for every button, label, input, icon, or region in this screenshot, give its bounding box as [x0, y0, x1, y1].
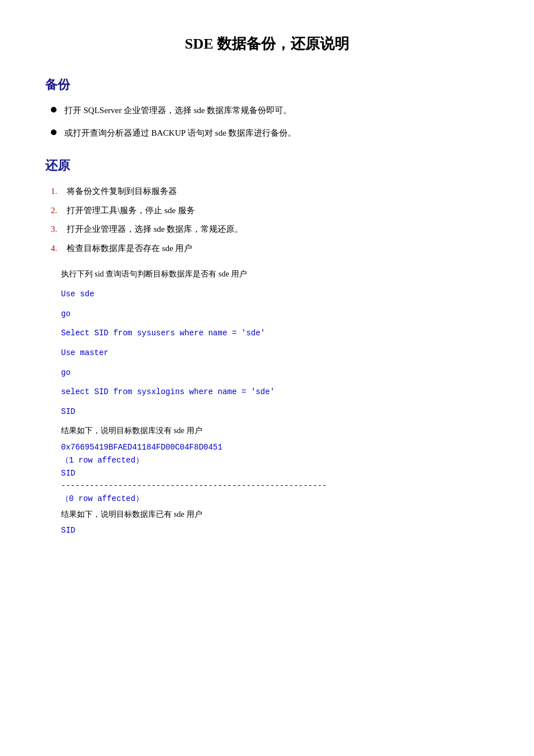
- backup-list: 打开 SQLServer 企业管理器，选择 sde 数据库常规备份即可。 或打开…: [45, 103, 489, 140]
- backup-item-2: 或打开查询分析器通过 BACKUP 语句对 sde 数据库进行备份。: [51, 126, 489, 141]
- step-num-4: 4.: [51, 241, 67, 256]
- code-go-2: go: [61, 365, 489, 381]
- sid-label-1: SID: [61, 469, 489, 478]
- code-line-sid-header: SID: [61, 404, 489, 420]
- code-use-master: Use master: [61, 345, 489, 361]
- code-line-go2: go: [61, 365, 489, 381]
- backup-item-2-text: 或打开查询分析器通过 BACKUP 语句对 sde 数据库进行备份。: [64, 126, 296, 141]
- code-select-sysusers: Select SID from sysusers where name = 's…: [61, 326, 489, 341]
- code-line-select-sysusers: Select SID from sysusers where name = 's…: [61, 326, 489, 341]
- row-affected-1: （1 row affected）: [61, 455, 489, 465]
- code-line-go1: go: [61, 306, 489, 322]
- step-text-2: 打开管理工具\服务，停止 sde 服务: [67, 204, 195, 218]
- step-num-2: 2.: [51, 204, 67, 218]
- restore-step-3: 3. 打开企业管理器，选择 sde 数据库，常规还原。: [51, 222, 489, 237]
- restore-step-1: 1. 将备份文件复制到目标服务器: [51, 184, 489, 199]
- code-go-1: go: [61, 306, 489, 322]
- step-num-3: 3.: [51, 222, 67, 237]
- backup-heading: 备份: [45, 76, 489, 93]
- dashed-separator: ----------------------------------------…: [61, 481, 489, 490]
- step4-intro: 执行下列 sid 查询语句判断目标数据库是否有 sde 用户: [61, 267, 489, 281]
- step-text-1: 将备份文件复制到目标服务器: [67, 184, 177, 199]
- restore-step-4: 4. 检查目标数据库是否存在 sde 用户: [51, 241, 489, 256]
- step-num-1: 1.: [51, 184, 67, 199]
- page-title: SDE 数据备份，还原说明: [45, 34, 489, 54]
- bullet-icon-1: [51, 107, 57, 113]
- code-line-select-sysxlogins: select SID from sysxlogins where name = …: [61, 385, 489, 400]
- code-line-use-master: Use master: [61, 345, 489, 361]
- restore-step-2: 2. 打开管理工具\服务，停止 sde 服务: [51, 204, 489, 218]
- row-affected-0: （0 row affected）: [61, 494, 489, 504]
- step4-subcontent: 执行下列 sid 查询语句判断目标数据库是否有 sde 用户 Use sde g…: [61, 267, 489, 535]
- restore-heading: 还原: [45, 157, 489, 174]
- result1-text: 结果如下，说明目标数据库没有 sde 用户: [61, 424, 489, 438]
- bullet-icon-2: [51, 129, 57, 135]
- code-use-sde: Use sde: [61, 287, 489, 302]
- code-select-sysxlogins: select SID from sysxlogins where name = …: [61, 385, 489, 400]
- backup-item-1: 打开 SQLServer 企业管理器，选择 sde 数据库常规备份即可。: [51, 103, 489, 118]
- result2-text: 结果如下，说明目标数据库已有 sde 用户: [61, 507, 489, 521]
- code-sid-header: SID: [61, 404, 489, 420]
- restore-list: 1. 将备份文件复制到目标服务器 2. 打开管理工具\服务，停止 sde 服务 …: [45, 184, 489, 256]
- code-line-use-sde: Use sde: [61, 287, 489, 302]
- step-text-3: 打开企业管理器，选择 sde 数据库，常规还原。: [67, 222, 244, 237]
- sid-label-2: SID: [61, 526, 489, 535]
- hex-value: 0x76695419BFAED41184FD00C04F8D0451: [61, 443, 489, 452]
- backup-item-1-text: 打开 SQLServer 企业管理器，选择 sde 数据库常规备份即可。: [64, 103, 292, 118]
- step-text-4: 检查目标数据库是否存在 sde 用户: [67, 241, 193, 256]
